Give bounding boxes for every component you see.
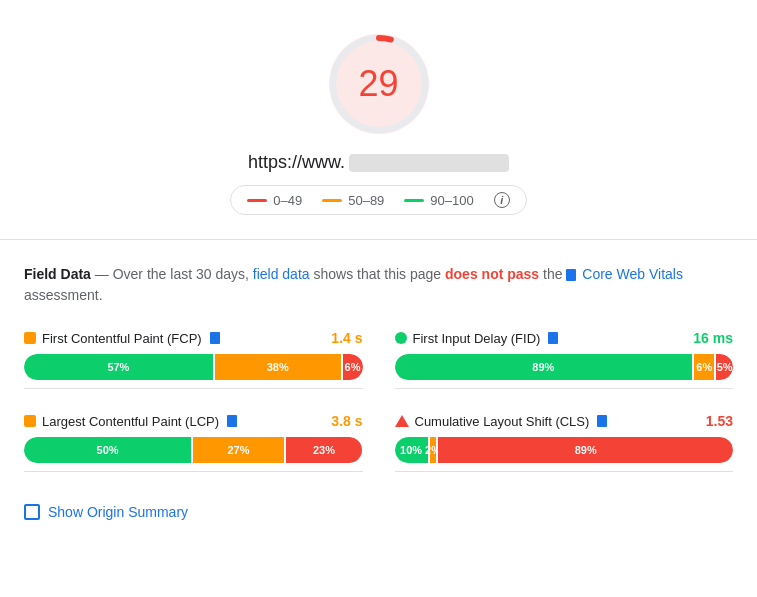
- field-data-title: Field Data: [24, 266, 91, 282]
- fcp-bar-orange: 38%: [215, 354, 341, 380]
- fcp-bar-red: 6%: [343, 354, 363, 380]
- fid-value: 16 ms: [693, 330, 733, 346]
- fid-label: First Input Delay (FID): [413, 331, 541, 346]
- url-display: https://www.: [248, 152, 509, 173]
- legend-label-red: 0–49: [273, 193, 302, 208]
- fid-bar-orange: 6%: [694, 354, 714, 380]
- cls-bar-orange: 2%: [430, 437, 437, 463]
- field-data-header: Field Data — Over the last 30 days, fiel…: [24, 264, 733, 306]
- origin-summary-section: Show Origin Summary: [0, 488, 757, 536]
- metric-header-fid: First Input Delay (FID) 16 ms: [395, 330, 734, 346]
- fcp-bar: 57% 38% 6%: [24, 354, 363, 380]
- field-data-desc-pre: — Over the last 30 days,: [95, 266, 253, 282]
- cwv-link[interactable]: Core Web Vitals: [582, 266, 683, 282]
- url-prefix: https://www.: [248, 152, 345, 173]
- metric-header-fcp: First Contentful Paint (FCP) 1.4 s: [24, 330, 363, 346]
- legend-dot-green: [404, 199, 424, 202]
- metric-title-lcp: Largest Contentful Paint (LCP): [24, 414, 237, 429]
- origin-summary-label[interactable]: Show Origin Summary: [48, 504, 188, 520]
- lcp-bar-green: 50%: [24, 437, 191, 463]
- metric-header-cls: Cumulative Layout Shift (CLS) 1.53: [395, 413, 734, 429]
- section-divider: [0, 239, 757, 240]
- fid-bar: 89% 6% 5%: [395, 354, 734, 380]
- fcp-value: 1.4 s: [331, 330, 362, 346]
- field-data-section: Field Data — Over the last 30 days, fiel…: [0, 248, 757, 488]
- lcp-bar: 50% 27% 23%: [24, 437, 363, 463]
- metric-card-fid: First Input Delay (FID) 16 ms 89% 6% 5%: [395, 322, 734, 389]
- score-legend: 0–49 50–89 90–100 i: [230, 185, 526, 215]
- legend-label-green: 90–100: [430, 193, 473, 208]
- score-gauge: 29: [319, 24, 439, 144]
- info-icon[interactable]: i: [494, 192, 510, 208]
- fcp-bar-green: 57%: [24, 354, 213, 380]
- lcp-badge: [227, 415, 237, 427]
- field-data-desc-post: the: [543, 266, 566, 282]
- url-masked: [349, 154, 509, 172]
- fid-bar-green: 89%: [395, 354, 693, 380]
- metric-card-lcp: Largest Contentful Paint (LCP) 3.8 s 50%…: [24, 405, 363, 472]
- lcp-bar-orange: 27%: [193, 437, 283, 463]
- cls-label: Cumulative Layout Shift (CLS): [415, 414, 590, 429]
- score-value: 29: [358, 63, 398, 105]
- metrics-grid: First Contentful Paint (FCP) 1.4 s 57% 3…: [24, 322, 733, 472]
- cls-bar-red: 89%: [438, 437, 733, 463]
- field-data-desc-end: assessment.: [24, 287, 103, 303]
- field-data-link[interactable]: field data: [253, 266, 310, 282]
- legend-dot-orange: [322, 199, 342, 202]
- legend-label-orange: 50–89: [348, 193, 384, 208]
- lcp-value: 3.8 s: [331, 413, 362, 429]
- legend-dot-red: [247, 199, 267, 202]
- cls-bar: 10% 2% 89%: [395, 437, 734, 463]
- fcp-icon: [24, 332, 36, 344]
- metric-card-cls: Cumulative Layout Shift (CLS) 1.53 10% 2…: [395, 405, 734, 472]
- lcp-bar-red: 23%: [286, 437, 363, 463]
- metric-card-fcp: First Contentful Paint (FCP) 1.4 s 57% 3…: [24, 322, 363, 389]
- metric-header-lcp: Largest Contentful Paint (LCP) 3.8 s: [24, 413, 363, 429]
- fcp-label: First Contentful Paint (FCP): [42, 331, 202, 346]
- cls-icon: [395, 415, 409, 427]
- metric-title-fid: First Input Delay (FID): [395, 331, 559, 346]
- cls-value: 1.53: [706, 413, 733, 429]
- cls-bar-green: 10%: [395, 437, 428, 463]
- origin-summary-checkbox[interactable]: [24, 504, 40, 520]
- score-section: 29 https://www. 0–49 50–89 90–100 i: [0, 0, 757, 231]
- fid-badge: [548, 332, 558, 344]
- field-data-desc-mid: shows that this page: [313, 266, 445, 282]
- fid-bar-red: 5%: [716, 354, 733, 380]
- lcp-label: Largest Contentful Paint (LCP): [42, 414, 219, 429]
- lcp-icon: [24, 415, 36, 427]
- legend-item-orange: 50–89: [322, 193, 384, 208]
- fid-icon: [395, 332, 407, 344]
- metric-title-fcp: First Contentful Paint (FCP): [24, 331, 220, 346]
- cls-badge: [597, 415, 607, 427]
- legend-item-green: 90–100: [404, 193, 473, 208]
- metric-title-cls: Cumulative Layout Shift (CLS): [395, 414, 608, 429]
- field-data-fail: does not pass: [445, 266, 539, 282]
- fcp-badge: [210, 332, 220, 344]
- legend-item-red: 0–49: [247, 193, 302, 208]
- cwv-icon: [566, 269, 576, 281]
